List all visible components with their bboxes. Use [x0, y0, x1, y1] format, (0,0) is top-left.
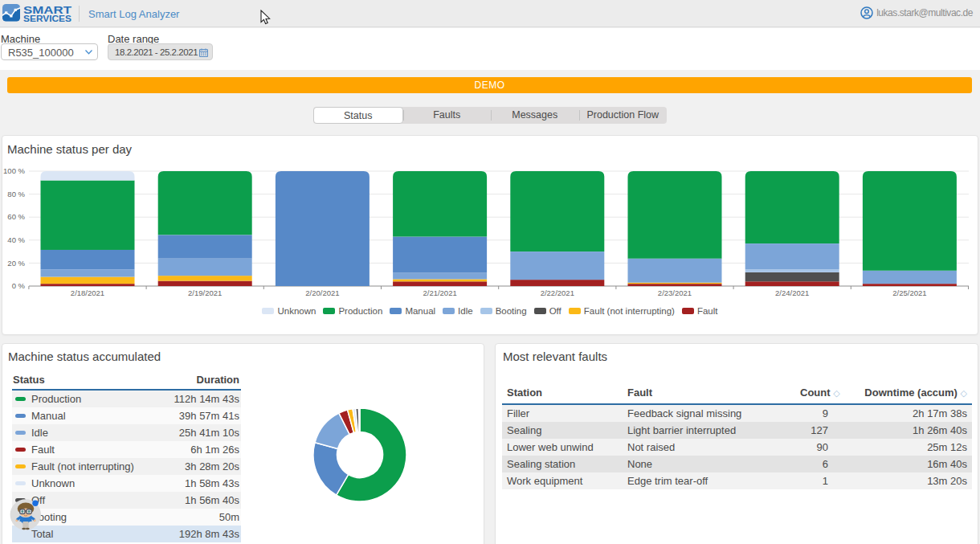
svg-text:2/21/2021: 2/21/2021 [423, 288, 456, 297]
svg-text:100 %: 100 % [3, 166, 25, 175]
svg-text:20 %: 20 % [7, 259, 25, 268]
svg-text:2/19/2021: 2/19/2021 [188, 288, 222, 297]
svg-text:80 %: 80 % [7, 190, 25, 198]
svg-text:40 %: 40 % [7, 235, 25, 244]
svg-text:2/18/2021: 2/18/2021 [71, 288, 104, 297]
svg-text:2/24/2021: 2/24/2021 [775, 288, 809, 297]
svg-text:2/23/2021: 2/23/2021 [658, 288, 692, 297]
svg-text:2/22/2021: 2/22/2021 [541, 288, 574, 297]
svg-text:2/20/2021: 2/20/2021 [305, 288, 339, 297]
svg-text:60 %: 60 % [7, 212, 25, 221]
svg-text:2/25/2021: 2/25/2021 [892, 288, 926, 297]
svg-text:0 %: 0 % [12, 281, 26, 290]
